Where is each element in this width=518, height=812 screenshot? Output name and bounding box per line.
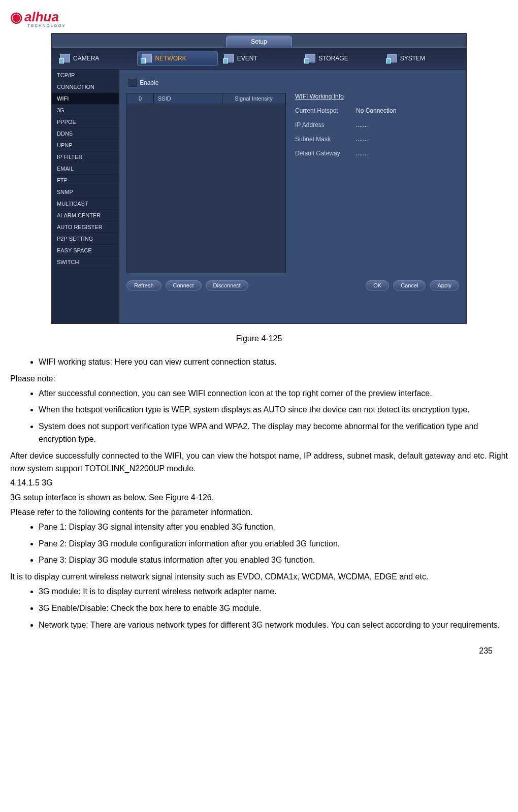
please-note: Please note: xyxy=(10,373,508,385)
disconnect-button[interactable]: Disconnect xyxy=(206,280,248,290)
sidebar-item-multicast[interactable]: MULTICAST xyxy=(52,198,119,210)
page-number: 235 xyxy=(10,646,508,656)
sidebar-item-ftp[interactable]: FTP xyxy=(52,175,119,186)
col-index: 0 xyxy=(127,93,154,104)
col-signal: Signal Intensity xyxy=(222,93,285,104)
sidebar-item-tcpip[interactable]: TCP/IP xyxy=(52,70,119,81)
figure-caption: Figure 4-125 xyxy=(10,334,508,343)
hotspot-value: No Connection xyxy=(356,107,396,114)
tab-system[interactable]: SYSTEM xyxy=(383,51,462,66)
para-signal: It is to display current wireless networ… xyxy=(10,571,508,583)
hotspot-label: Current Hotspot xyxy=(295,107,356,114)
bullet-3gmodule: 3G module: It is to display current wire… xyxy=(39,586,508,598)
sidebar-item-upnp[interactable]: UPNP xyxy=(52,140,119,151)
connect-button[interactable]: Connect xyxy=(166,280,202,290)
col-ssid: SSID xyxy=(154,93,222,104)
mask-label: Subnet Mask xyxy=(295,136,356,143)
storage-icon xyxy=(305,54,315,62)
setup-tab[interactable]: Setup xyxy=(226,36,292,47)
brand-logo: ◉ alhua TECHNOLOGY xyxy=(10,10,508,28)
bullet-nettype: Network type: There are various network … xyxy=(39,619,508,632)
system-icon xyxy=(387,54,397,62)
tab-network[interactable]: NETWORK xyxy=(137,51,217,66)
sidebar-item-pppoe[interactable]: PPPOE xyxy=(52,116,119,128)
setup-screenshot: Setup CAMERA NETWORK EVENT STORAGE SYSTE… xyxy=(51,33,467,324)
wifi-info-panel: WIFI Working Info Current HotspotNo Conn… xyxy=(295,93,459,273)
enable-checkbox[interactable] xyxy=(128,79,137,87)
bullet-pane3: Pane 3: Display 3G module status informa… xyxy=(39,554,508,567)
para-3g-figref: 3G setup interface is shown as below. Se… xyxy=(10,492,508,504)
bullet-wifi-status: WIFI working status: Here you can view c… xyxy=(39,356,508,369)
bullet-wpa: System does not support verification typ… xyxy=(39,420,508,446)
tab-camera[interactable]: CAMERA xyxy=(56,51,135,66)
ok-button[interactable]: OK xyxy=(366,280,389,290)
sidebar-item-3g[interactable]: 3G xyxy=(52,105,119,116)
gateway-value: ....... xyxy=(356,150,368,157)
ip-label: IP Address xyxy=(295,121,356,128)
sidebar-item-p2p[interactable]: P2P SETTING xyxy=(52,233,119,245)
mask-value: ....... xyxy=(356,136,368,143)
refresh-button[interactable]: Refresh xyxy=(126,280,161,290)
bullet-pane1: Pane 1: Display 3G signal intensity afte… xyxy=(39,521,508,534)
sidebar-item-ddns[interactable]: DDNS xyxy=(52,128,119,140)
bullet-pane2: Pane 2: Display 3G module configuration … xyxy=(39,538,508,550)
side-nav: TCP/IP CONNECTION WIFI 3G PPPOE DDNS UPN… xyxy=(52,70,119,323)
info-title: WIFI Working Info xyxy=(295,93,459,100)
sidebar-item-connection[interactable]: CONNECTION xyxy=(52,81,119,93)
apply-button[interactable]: Apply xyxy=(430,280,459,290)
network-icon xyxy=(142,54,152,62)
wifi-list[interactable]: 0 SSID Signal Intensity xyxy=(126,93,286,273)
event-icon xyxy=(224,54,234,62)
bullet-after-conn: After successful connection, you can see… xyxy=(39,387,508,400)
ip-value: ....... xyxy=(356,121,368,128)
tab-storage[interactable]: STORAGE xyxy=(301,51,380,66)
camera-icon xyxy=(60,54,70,62)
sidebar-item-autoregister[interactable]: AUTO REGISTER xyxy=(52,221,119,233)
section-3g: 4.14.1.5 3G xyxy=(10,477,508,490)
sidebar-item-switch[interactable]: SWITCH xyxy=(52,256,119,268)
sidebar-item-ipfilter[interactable]: IP FILTER xyxy=(52,151,119,163)
sidebar-item-easyspace[interactable]: EASY SPACE xyxy=(52,245,119,256)
sidebar-item-alarmcenter[interactable]: ALARM CENTER xyxy=(52,210,119,221)
bullet-3genable: 3G Enable/Disable: Check the box here to… xyxy=(39,602,508,615)
sidebar-item-snmp[interactable]: SNMP xyxy=(52,186,119,198)
enable-label: Enable xyxy=(140,79,158,86)
sidebar-item-email[interactable]: EMAIL xyxy=(52,163,119,175)
para-refer: Please refer to the following contents f… xyxy=(10,506,508,519)
sidebar-item-wifi[interactable]: WIFI xyxy=(52,93,119,105)
para-totolink: After device successfully connected to t… xyxy=(10,450,508,475)
tab-event[interactable]: EVENT xyxy=(220,51,299,66)
gateway-label: Default Gateway xyxy=(295,150,356,157)
cancel-button[interactable]: Cancel xyxy=(393,280,426,290)
bullet-wep: When the hotspot verification type is WE… xyxy=(39,404,508,416)
